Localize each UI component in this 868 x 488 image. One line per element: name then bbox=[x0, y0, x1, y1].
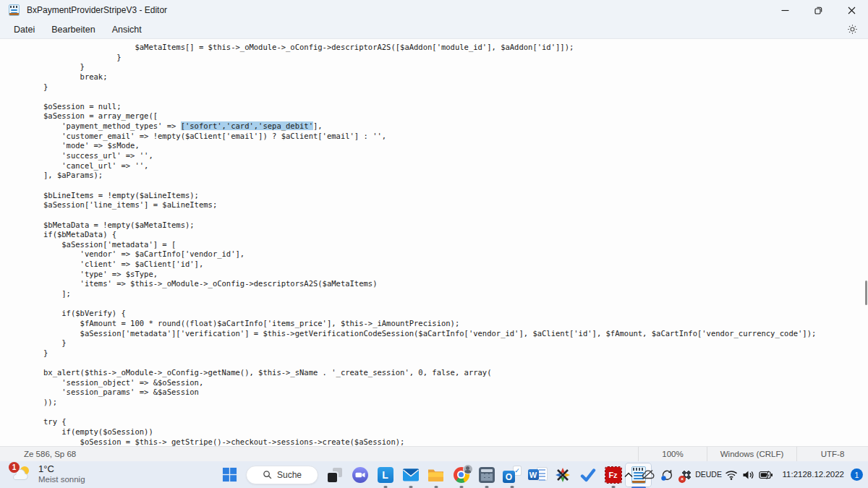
outlook-button[interactable]: ✓ O bbox=[499, 463, 524, 487]
calculator-button[interactable] bbox=[474, 463, 499, 487]
close-icon bbox=[848, 7, 856, 14]
cursor-position: Ze 586, Sp 68 bbox=[0, 450, 76, 458]
code-area[interactable]: $aMetaItems[] = $this->_oModule->_oConfi… bbox=[0, 39, 868, 446]
chrome-button[interactable] bbox=[448, 463, 474, 487]
app-with-error-icon: × bbox=[681, 470, 692, 480]
status-bar: Ze 586, Sp 68 100% Windows (CRLF) UTF-8 bbox=[0, 446, 868, 461]
alert-tray-button[interactable]: × bbox=[677, 464, 697, 486]
wifi-icon bbox=[725, 470, 738, 480]
chevron-up-icon bbox=[624, 472, 633, 478]
outlook-icon: ✓ O bbox=[503, 466, 521, 483]
notepad-app-icon bbox=[9, 4, 20, 16]
weather-badge: 1 bbox=[9, 462, 20, 473]
restore-button[interactable] bbox=[801, 0, 835, 20]
file-explorer-button[interactable] bbox=[423, 463, 448, 487]
chrome-icon bbox=[454, 467, 469, 483]
minimize-icon bbox=[781, 7, 789, 14]
window-title: BxPaymentProviderStripeV3 - Editor bbox=[27, 5, 167, 15]
search-label: Suche bbox=[277, 470, 302, 480]
language-switcher[interactable]: DEU DE bbox=[697, 464, 721, 486]
sync-arrows-icon bbox=[660, 468, 673, 481]
star-app-button[interactable] bbox=[550, 463, 575, 487]
zoom-level: 100% bbox=[638, 447, 707, 461]
chrome-profile-avatar bbox=[464, 465, 472, 474]
weather-sun-cloud-icon: 1 bbox=[12, 464, 32, 483]
tray-time: 11:21 bbox=[783, 469, 803, 479]
menu-bearbeiten[interactable]: Bearbeiten bbox=[43, 22, 103, 37]
quick-settings[interactable] bbox=[721, 464, 777, 486]
weather-condition: Meist sonnig bbox=[38, 475, 85, 484]
clock[interactable]: 11:21 28.12.2022 bbox=[783, 464, 845, 486]
language-line2: DE bbox=[711, 470, 722, 479]
filezilla-icon: Fz bbox=[605, 467, 621, 483]
word-icon: W bbox=[528, 467, 547, 483]
mail-button[interactable] bbox=[398, 463, 423, 487]
onedrive-tray-button[interactable] bbox=[638, 464, 658, 486]
desktop: BxPaymentProviderStripeV3 - Editor Datei… bbox=[0, 0, 868, 488]
menu-datei[interactable]: Datei bbox=[6, 22, 43, 37]
search-box[interactable]: Suche bbox=[246, 466, 318, 484]
menu-bar: Datei Bearbeiten Ansicht bbox=[0, 20, 868, 39]
weather-temperature: 1°C bbox=[38, 463, 85, 474]
star-burst-icon bbox=[555, 467, 571, 483]
encoding: UTF-8 bbox=[796, 447, 868, 461]
mail-icon bbox=[402, 468, 420, 482]
tray-chevron-button[interactable] bbox=[620, 464, 638, 486]
lightshot-icon: L bbox=[378, 467, 393, 483]
line-ending: Windows (CRLF) bbox=[707, 447, 796, 461]
weather-widget[interactable]: 1 1°C Meist sonnig bbox=[12, 463, 85, 484]
chat-video-icon bbox=[352, 466, 369, 484]
lightshot-button[interactable]: L bbox=[373, 463, 398, 487]
calculator-icon bbox=[479, 467, 495, 483]
search-icon bbox=[263, 470, 272, 479]
checkmark-icon bbox=[580, 467, 596, 483]
task-view-icon bbox=[327, 467, 343, 483]
chat-button[interactable] bbox=[347, 463, 373, 487]
start-button[interactable] bbox=[217, 463, 242, 487]
taskbar-apps: Suche L bbox=[217, 461, 651, 488]
windows-logo-icon bbox=[222, 467, 237, 482]
language-line1: DEU bbox=[695, 470, 711, 479]
close-button[interactable] bbox=[835, 0, 868, 20]
todo-check-button[interactable] bbox=[575, 463, 600, 487]
sync-tray-button[interactable] bbox=[658, 464, 677, 486]
restore-icon bbox=[814, 7, 822, 14]
tray-date: 28.12.2022 bbox=[802, 469, 844, 479]
vertical-scrollbar-thumb[interactable] bbox=[865, 281, 867, 305]
notification-count-badge[interactable]: 1 bbox=[851, 468, 863, 481]
system-tray: × DEU DE bbox=[620, 461, 865, 488]
speaker-icon bbox=[742, 470, 754, 480]
code-editor[interactable]: $aMetaItems[] = $this->_oModule->_oConfi… bbox=[0, 39, 868, 446]
taskbar: 1 1°C Meist sonnig bbox=[0, 461, 868, 488]
folder-icon bbox=[427, 467, 445, 482]
settings-gear-icon[interactable] bbox=[847, 24, 858, 38]
minimize-button[interactable] bbox=[768, 0, 801, 20]
task-view-button[interactable] bbox=[322, 463, 347, 487]
word-button[interactable]: W bbox=[524, 463, 550, 487]
title-bar: BxPaymentProviderStripeV3 - Editor bbox=[0, 0, 868, 20]
menu-ansicht[interactable]: Ansicht bbox=[104, 22, 150, 37]
battery-charging-icon bbox=[759, 471, 773, 479]
cloud-offline-icon bbox=[641, 469, 655, 480]
